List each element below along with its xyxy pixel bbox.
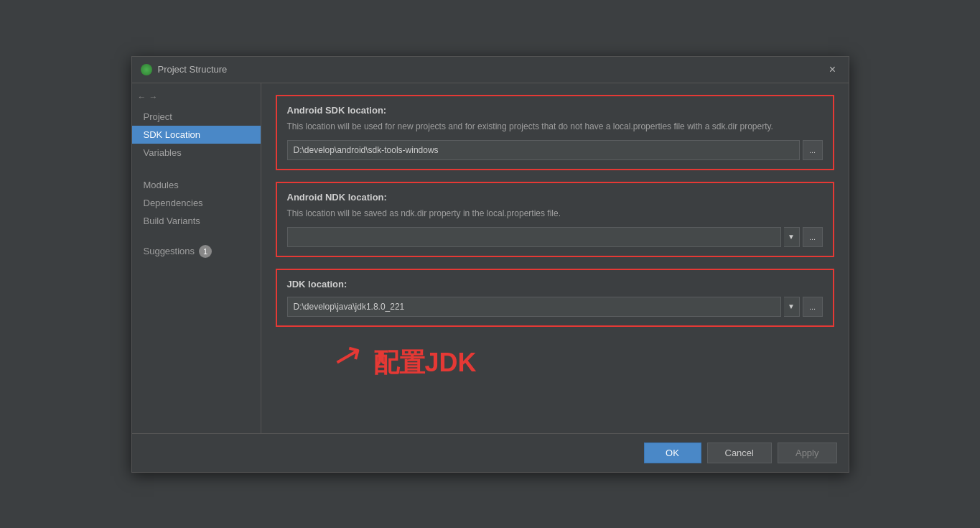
jdk-path-row: ▼ ... [287, 297, 823, 317]
title-bar-left: Project Structure [141, 64, 228, 75]
sidebar-item-sdk-location[interactable]: SDK Location [132, 126, 261, 144]
sdk-path-input[interactable] [287, 140, 800, 160]
nav-section-2: Modules Dependencies Build Variants [132, 173, 261, 233]
content-area: Android SDK location: This location will… [261, 83, 849, 433]
title-bar: Project Structure × [132, 57, 849, 83]
android-sdk-section: Android SDK location: This location will… [276, 95, 834, 170]
annotation-arrow: ↗ [329, 335, 365, 376]
sidebar-item-project[interactable]: Project [132, 108, 261, 126]
jdk-path-input[interactable] [287, 297, 781, 317]
sidebar-item-build-variants[interactable]: Build Variants [132, 212, 261, 230]
android-ndk-section: Android NDK location: This location will… [276, 182, 834, 257]
ndk-section-desc: This location will be saved as ndk.dir p… [287, 207, 823, 220]
apply-button[interactable]: Apply [778, 443, 837, 463]
annotation-area: ↗ 配置JDK [276, 338, 834, 381]
cancel-button[interactable]: Cancel [707, 443, 772, 463]
app-icon [141, 64, 152, 75]
ndk-path-input[interactable] [287, 227, 781, 247]
nav-divider-2 [132, 233, 261, 241]
ndk-browse-button[interactable]: ... [803, 227, 823, 247]
sdk-browse-button[interactable]: ... [803, 140, 823, 160]
project-structure-dialog: Project Structure × ← → Project SDK Loca… [131, 56, 849, 473]
sdk-section-desc: This location will be used for new proje… [287, 120, 823, 133]
sidebar-item-suggestions[interactable]: Suggestions 1 [132, 241, 261, 261]
sidebar: ← → Project SDK Location Variables Modul… [132, 83, 261, 433]
ok-button[interactable]: OK [644, 443, 701, 463]
close-button[interactable]: × [826, 62, 840, 77]
nav-header: ← → [132, 89, 261, 105]
ndk-path-row: ▼ ... [287, 227, 823, 247]
dialog-body: ← → Project SDK Location Variables Modul… [132, 83, 849, 433]
forward-arrow[interactable]: → [149, 92, 158, 102]
jdk-section: JDK location: ▼ ... [276, 269, 834, 327]
jdk-dropdown-arrow[interactable]: ▼ [784, 297, 800, 317]
ndk-section-title: Android NDK location: [287, 192, 823, 203]
nav-section-1: Project SDK Location Variables [132, 105, 261, 165]
jdk-section-title: JDK location: [287, 279, 823, 290]
annotation-label: 配置JDK [373, 346, 477, 381]
suggestions-label: Suggestions [144, 246, 195, 256]
dialog-title: Project Structure [158, 64, 228, 75]
sidebar-item-dependencies[interactable]: Dependencies [132, 194, 261, 212]
sdk-path-row: ... [287, 140, 823, 160]
sdk-section-title: Android SDK location: [287, 105, 823, 116]
nav-divider [132, 165, 261, 173]
ndk-dropdown-arrow[interactable]: ▼ [784, 227, 800, 247]
sidebar-item-modules[interactable]: Modules [132, 176, 261, 194]
back-arrow[interactable]: ← [138, 92, 146, 102]
dialog-footer: OK Cancel Apply [132, 433, 849, 472]
sidebar-item-variables[interactable]: Variables [132, 144, 261, 162]
suggestions-badge: 1 [199, 245, 212, 258]
jdk-browse-button[interactable]: ... [803, 297, 823, 317]
